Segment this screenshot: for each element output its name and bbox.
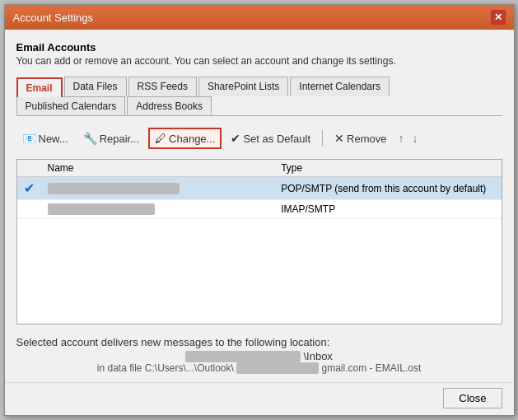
repair-label: Repair... bbox=[100, 133, 139, 145]
accounts-table: Name Type ✔ ████████████████████████ POP… bbox=[17, 160, 502, 219]
table-row[interactable]: ████████████████████ IMAP/SMTP bbox=[17, 200, 502, 219]
set-default-icon: ✔ bbox=[231, 132, 240, 145]
set-default-label: Set as Default bbox=[243, 133, 310, 145]
account-settings-dialog: Account Settings ✕ Email Accounts You ca… bbox=[4, 4, 515, 416]
row-check-2 bbox=[17, 200, 41, 219]
new-label: New... bbox=[39, 133, 68, 145]
footer-info: Selected account delivers new messages t… bbox=[16, 331, 502, 374]
toolbar-separator bbox=[322, 130, 323, 147]
row-type-1: POP/SMTP (send from this account by defa… bbox=[274, 177, 501, 200]
change-button[interactable]: 🖊 Change... bbox=[148, 128, 222, 149]
row-name-2: ████████████████████ bbox=[41, 200, 275, 219]
tab-data-files[interactable]: Data Files bbox=[64, 77, 127, 96]
tab-internet-calendars[interactable]: Internet Calendars bbox=[290, 77, 390, 96]
tab-email[interactable]: Email bbox=[16, 77, 63, 97]
section-description: You can add or remove an account. You ca… bbox=[16, 55, 502, 67]
row-name-1: ████████████████████████ bbox=[41, 177, 275, 200]
change-icon: 🖊 bbox=[155, 132, 166, 145]
change-label: Change... bbox=[169, 133, 215, 145]
repair-button[interactable]: 🔧 Repair... bbox=[77, 128, 145, 148]
row-check-1: ✔ bbox=[17, 177, 41, 200]
table-row[interactable]: ✔ ████████████████████████ POP/SMTP (sen… bbox=[17, 177, 502, 200]
inbox-label: \Inbox bbox=[303, 350, 332, 362]
new-icon: 📧 bbox=[22, 132, 36, 145]
section-header-block: Email Accounts You can add or remove an … bbox=[16, 41, 502, 67]
data-file-path: in data file C:\Users\...\Outlook\ █████… bbox=[16, 362, 502, 374]
col-header-type: Type bbox=[274, 160, 501, 177]
move-down-button[interactable]: ↓ bbox=[410, 130, 421, 147]
title-bar-close-button[interactable]: ✕ bbox=[491, 10, 506, 25]
tabs-row: Email Data Files RSS Feeds SharePoint Li… bbox=[16, 77, 502, 116]
repair-icon: 🔧 bbox=[83, 132, 97, 145]
remove-icon: ✕ bbox=[334, 132, 344, 145]
set-default-button[interactable]: ✔ Set as Default bbox=[225, 128, 316, 148]
remove-label: Remove bbox=[347, 133, 386, 145]
dialog-title: Account Settings bbox=[13, 12, 94, 24]
delivery-location: ████████████████████████ \Inbox bbox=[16, 350, 502, 362]
toolbar: 📧 New... 🔧 Repair... 🖊 Change... ✔ Set a… bbox=[16, 123, 502, 152]
title-bar: Account Settings ✕ bbox=[5, 5, 514, 30]
tab-rss-feeds[interactable]: RSS Feeds bbox=[128, 77, 197, 96]
accounts-table-container: Name Type ✔ ████████████████████████ POP… bbox=[16, 159, 502, 324]
bottom-bar: Close bbox=[5, 382, 514, 415]
delivery-text: Selected account delivers new messages t… bbox=[16, 336, 502, 348]
close-button[interactable]: Close bbox=[443, 388, 502, 408]
tab-address-books[interactable]: Address Books bbox=[127, 96, 212, 115]
move-up-button[interactable]: ↑ bbox=[396, 130, 407, 147]
dialog-content: Email Accounts You can add or remove an … bbox=[5, 30, 514, 382]
col-header-check bbox=[17, 160, 41, 177]
section-title: Email Accounts bbox=[16, 41, 502, 54]
remove-button[interactable]: ✕ Remove bbox=[329, 128, 392, 148]
col-header-name: Name bbox=[41, 160, 275, 177]
tab-published-calendars[interactable]: Published Calendars bbox=[16, 96, 126, 115]
tab-sharepoint-lists[interactable]: SharePoint Lists bbox=[198, 77, 288, 96]
row-type-2: IMAP/SMTP bbox=[274, 200, 501, 219]
new-button[interactable]: 📧 New... bbox=[16, 128, 74, 148]
